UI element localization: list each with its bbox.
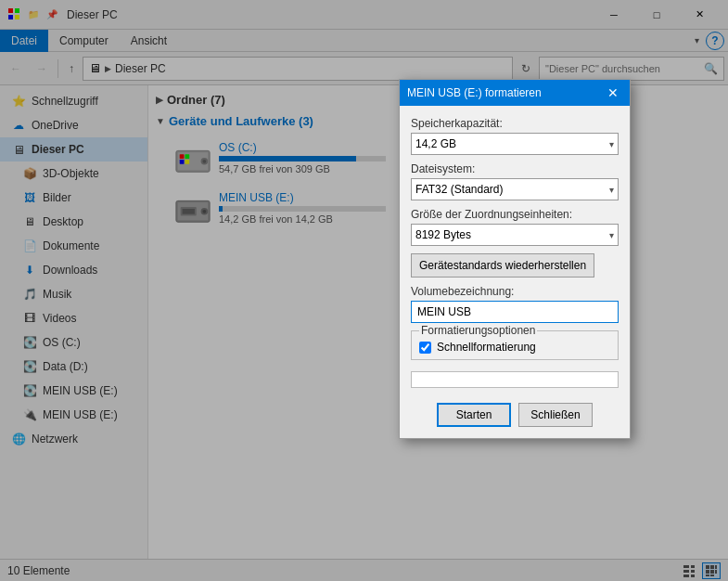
dateisystem-label: Dateisystem:	[411, 162, 619, 175]
optionen-legend: Formatierungsoptionen	[419, 324, 537, 337]
modal-buttons: Starten Schließen	[411, 403, 619, 427]
volume-label: Volumebezeichnung:	[411, 285, 619, 298]
modal-title: MEIN USB (E:) formatieren	[407, 86, 542, 99]
modal-titlebar: MEIN USB (E:) formatieren ✕	[400, 80, 630, 106]
restore-btn[interactable]: Gerätestandards wiederherstellen	[411, 253, 594, 278]
dateisystem-arrow: ▾	[609, 185, 614, 195]
form-zuordnung: Größe der Zuordnungseinheiten: 8192 Byte…	[411, 208, 619, 246]
schnell-row: Schnellformatierung	[419, 341, 610, 354]
modal-close-btn[interactable]: ✕	[604, 84, 622, 102]
schliessen-btn[interactable]: Schließen	[518, 403, 593, 427]
zuordnung-arrow: ▾	[609, 230, 614, 240]
starten-btn[interactable]: Starten	[437, 403, 511, 427]
zuordnung-label: Größe der Zuordnungseinheiten:	[411, 208, 619, 221]
zuordnung-select[interactable]: 8192 Bytes ▾	[411, 224, 619, 246]
form-dateisystem: Dateisystem: FAT32 (Standard) ▾	[411, 162, 619, 200]
modal-overlay: MEIN USB (E:) formatieren ✕ Speicherkapa…	[0, 0, 728, 581]
modal-body: Speicherkapazität: 14,2 GB ▾ Dateisystem…	[400, 106, 630, 438]
volume-input[interactable]	[411, 301, 619, 323]
kapazitaet-arrow: ▾	[609, 139, 614, 149]
form-volume: Volumebezeichnung:	[411, 285, 619, 323]
zuordnung-value: 8192 Bytes	[415, 228, 471, 241]
progress-bar	[411, 371, 619, 388]
kapazitaet-select[interactable]: 14,2 GB ▾	[411, 133, 619, 155]
schnell-label: Schnellformatierung	[437, 341, 536, 354]
schnell-checkbox[interactable]	[419, 342, 431, 354]
format-dialog: MEIN USB (E:) formatieren ✕ Speicherkapa…	[399, 79, 631, 439]
formatierungsoptionen-group: Formatierungsoptionen Schnellformatierun…	[411, 330, 619, 360]
kapazitaet-value: 14,2 GB	[415, 137, 456, 150]
form-kapazitaet: Speicherkapazität: 14,2 GB ▾	[411, 117, 619, 155]
kapazitaet-label: Speicherkapazität:	[411, 117, 619, 130]
dateisystem-value: FAT32 (Standard)	[415, 183, 504, 196]
dateisystem-select[interactable]: FAT32 (Standard) ▾	[411, 178, 619, 200]
